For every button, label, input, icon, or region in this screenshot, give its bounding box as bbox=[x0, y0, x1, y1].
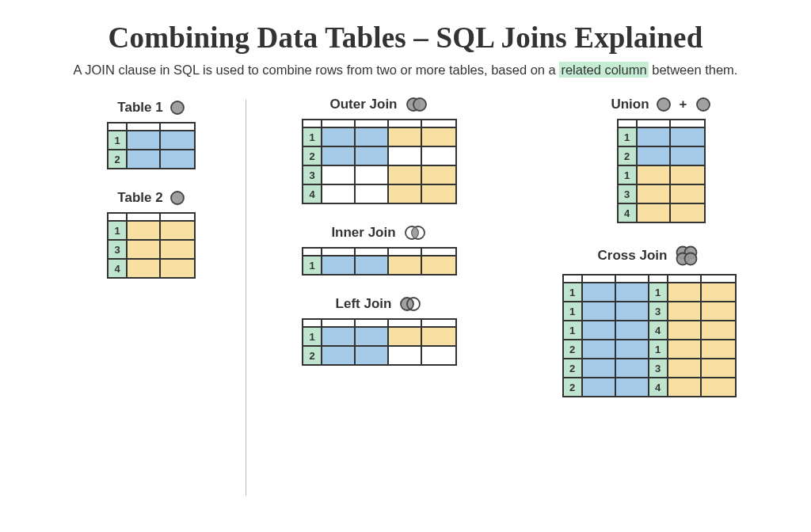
key-cell: 2 bbox=[564, 340, 583, 358]
key-cell: 1 bbox=[564, 321, 583, 339]
cross-table: 111314212324 bbox=[562, 274, 737, 397]
table-row: 2 bbox=[109, 150, 194, 168]
data-cell bbox=[161, 260, 194, 277]
key-cell: 1 bbox=[564, 283, 583, 301]
data-cell bbox=[668, 359, 702, 377]
left-table: 12 bbox=[302, 318, 457, 366]
key-cell: 3 bbox=[109, 241, 128, 258]
table1-block: Table 112 bbox=[71, 100, 231, 169]
data-cell bbox=[616, 321, 649, 339]
table-row: 4 bbox=[619, 204, 704, 222]
data-cell bbox=[422, 347, 455, 364]
data-cell bbox=[671, 204, 704, 222]
data-cell bbox=[668, 302, 702, 320]
key-cell: 3 bbox=[303, 166, 322, 184]
table-row: 1 bbox=[303, 328, 455, 347]
union-title: Union+ bbox=[543, 97, 779, 112]
data-cell bbox=[389, 166, 422, 184]
table1-title: Table 1 bbox=[71, 100, 231, 116]
table-row: 1 bbox=[619, 166, 704, 185]
data-cell bbox=[389, 147, 422, 165]
key-cell: 1 bbox=[649, 340, 668, 358]
venn-cross-icon bbox=[673, 244, 700, 268]
union-plus: + bbox=[680, 97, 687, 112]
table-row: 2 bbox=[303, 347, 455, 364]
table-row: 3 bbox=[109, 241, 194, 260]
cross-title: Cross Join bbox=[519, 244, 779, 268]
venn-outer-icon bbox=[404, 97, 429, 112]
union-table: 12134 bbox=[617, 119, 706, 223]
outer-label: Outer Join bbox=[329, 97, 397, 112]
data-cell bbox=[671, 147, 704, 165]
table-row: 1 bbox=[303, 256, 455, 274]
source-tables-column: Table 112 Table 2134 bbox=[32, 97, 246, 299]
data-cell bbox=[322, 256, 356, 274]
key-cell: 2 bbox=[303, 347, 322, 364]
table-row: 3 bbox=[303, 166, 455, 185]
data-cell bbox=[583, 378, 616, 396]
key-cell: 1 bbox=[109, 222, 128, 239]
data-cell bbox=[356, 128, 389, 146]
venn-left-icon bbox=[398, 296, 423, 312]
key-cell: 2 bbox=[564, 378, 583, 396]
data-cell bbox=[638, 128, 671, 146]
svg-point-0 bbox=[171, 101, 184, 114]
table2-title: Table 2 bbox=[71, 190, 231, 206]
data-cell bbox=[422, 185, 455, 203]
data-cell bbox=[128, 260, 161, 277]
data-cell bbox=[161, 131, 194, 149]
data-cell bbox=[161, 241, 194, 258]
data-cell bbox=[671, 185, 704, 203]
table1-table: 12 bbox=[107, 122, 196, 169]
data-cell bbox=[702, 321, 735, 339]
table-row: 4 bbox=[109, 260, 194, 277]
cross-label: Cross Join bbox=[598, 248, 668, 264]
svg-point-10 bbox=[657, 98, 670, 111]
key-cell: 1 bbox=[303, 328, 322, 345]
key-cell: 4 bbox=[649, 378, 668, 396]
key-cell: 1 bbox=[303, 256, 322, 274]
data-cell bbox=[616, 359, 649, 377]
venn-single-icon bbox=[169, 100, 185, 116]
data-cell bbox=[389, 185, 422, 203]
table-row: 11 bbox=[564, 283, 735, 302]
key-cell: 1 bbox=[564, 302, 583, 320]
data-cell bbox=[422, 147, 455, 165]
joins-column-1: Outer Join1234 Inner Join1 Left Join12 bbox=[246, 97, 500, 386]
cross-join-block: Cross Join111314212324 bbox=[519, 244, 779, 397]
venn-single-icon bbox=[695, 97, 711, 112]
inner-title: Inner Join bbox=[273, 225, 485, 241]
table2-label: Table 2 bbox=[117, 190, 162, 206]
table-row: 1 bbox=[109, 222, 194, 241]
data-cell bbox=[356, 256, 389, 274]
data-cell bbox=[616, 283, 649, 301]
data-cell bbox=[583, 359, 616, 377]
key-cell: 2 bbox=[619, 147, 638, 165]
data-cell bbox=[322, 328, 356, 345]
key-cell: 2 bbox=[564, 359, 583, 377]
data-cell bbox=[128, 241, 161, 258]
key-cell: 1 bbox=[619, 128, 638, 146]
svg-point-1 bbox=[171, 192, 184, 204]
data-cell bbox=[356, 328, 389, 345]
outer-table: 1234 bbox=[302, 119, 457, 204]
data-cell bbox=[702, 378, 735, 396]
data-cell bbox=[422, 256, 455, 274]
page-title: Combining Data Tables – SQL Joins Explai… bbox=[32, 21, 779, 55]
svg-point-3 bbox=[413, 98, 426, 111]
table-row: 4 bbox=[303, 185, 455, 203]
highlighted-term: related column bbox=[559, 62, 648, 78]
joins-column-2: Union+12134 Cross Join111314212324 bbox=[500, 97, 779, 418]
data-cell bbox=[322, 128, 356, 146]
data-cell bbox=[583, 321, 616, 339]
inner-label: Inner Join bbox=[331, 225, 395, 241]
data-cell bbox=[389, 347, 422, 364]
key-cell: 3 bbox=[649, 359, 668, 377]
left-join-block: Left Join12 bbox=[273, 296, 485, 366]
venn-single-icon bbox=[169, 190, 185, 206]
data-cell bbox=[389, 128, 422, 146]
data-cell bbox=[161, 150, 194, 168]
data-cell bbox=[671, 128, 704, 146]
data-cell bbox=[616, 340, 649, 358]
data-cell bbox=[702, 302, 735, 320]
